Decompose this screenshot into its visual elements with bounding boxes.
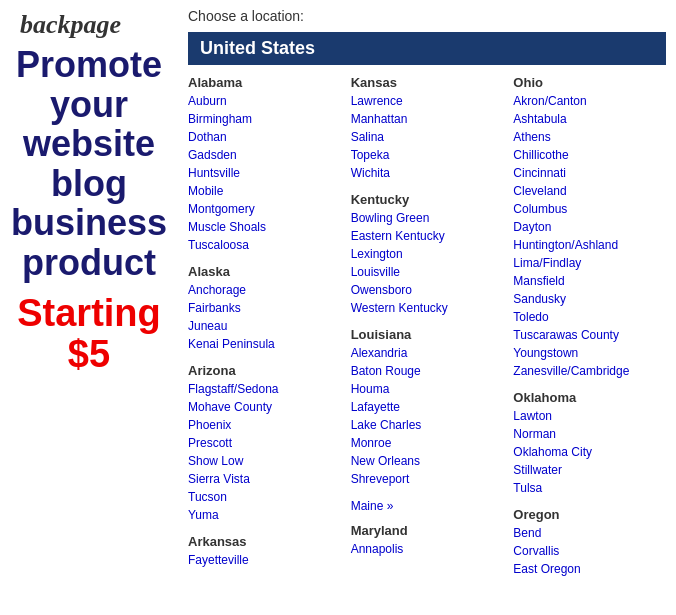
state-name: Alabama bbox=[188, 75, 341, 90]
city-link[interactable]: Tulsa bbox=[513, 479, 666, 497]
city-link[interactable]: Muscle Shoals bbox=[188, 218, 341, 236]
state-section-arkansas: ArkansasFayetteville bbox=[188, 534, 341, 569]
city-link[interactable]: Annapolis bbox=[351, 540, 504, 558]
city-link[interactable]: Stillwater bbox=[513, 461, 666, 479]
city-link[interactable]: Lake Charles bbox=[351, 416, 504, 434]
price-label: $5 bbox=[68, 333, 110, 375]
city-link[interactable]: Western Kentucky bbox=[351, 299, 504, 317]
city-link[interactable]: Sierra Vista bbox=[188, 470, 341, 488]
city-link[interactable]: Dayton bbox=[513, 218, 666, 236]
city-link[interactable]: Zanesville/Cambridge bbox=[513, 362, 666, 380]
promo-line3: website bbox=[23, 123, 155, 164]
city-link[interactable]: Lima/Findlay bbox=[513, 254, 666, 272]
city-link[interactable]: Huntington/Ashland bbox=[513, 236, 666, 254]
city-link[interactable]: Fayetteville bbox=[188, 551, 341, 569]
city-link[interactable]: Juneau bbox=[188, 317, 341, 335]
city-link[interactable]: Toledo bbox=[513, 308, 666, 326]
city-link[interactable]: Topeka bbox=[351, 146, 504, 164]
city-link[interactable]: Cleveland bbox=[513, 182, 666, 200]
starting-label: Starting bbox=[17, 292, 161, 334]
state-section-louisiana: LouisianaAlexandriaBaton RougeHoumaLafay… bbox=[351, 327, 504, 488]
city-link[interactable]: Dothan bbox=[188, 128, 341, 146]
right-panel: Choose a location: United States Alabama… bbox=[178, 0, 676, 615]
city-link[interactable]: Akron/Canton bbox=[513, 92, 666, 110]
city-link[interactable]: Fairbanks bbox=[188, 299, 341, 317]
city-link[interactable]: Prescott bbox=[188, 434, 341, 452]
city-link[interactable]: Tucson bbox=[188, 488, 341, 506]
state-name: Arizona bbox=[188, 363, 341, 378]
state-section-kansas: KansasLawrenceManhattanSalinaTopekaWichi… bbox=[351, 75, 504, 182]
city-link[interactable]: Owensboro bbox=[351, 281, 504, 299]
city-link[interactable]: Louisville bbox=[351, 263, 504, 281]
promo-line6: product bbox=[22, 242, 156, 283]
city-link[interactable]: Monroe bbox=[351, 434, 504, 452]
state-name: Alaska bbox=[188, 264, 341, 279]
city-link[interactable]: Montgomery bbox=[188, 200, 341, 218]
city-link[interactable]: New Orleans bbox=[351, 452, 504, 470]
city-link[interactable]: Norman bbox=[513, 425, 666, 443]
state-column-2: OhioAkron/CantonAshtabulaAthensChillicot… bbox=[513, 75, 666, 588]
state-section-maryland: MarylandAnnapolis bbox=[351, 523, 504, 558]
city-link[interactable]: Show Low bbox=[188, 452, 341, 470]
city-link[interactable]: Manhattan bbox=[351, 110, 504, 128]
state-name: Arkansas bbox=[188, 534, 341, 549]
state-name: Maryland bbox=[351, 523, 504, 538]
city-link[interactable]: Huntsville bbox=[188, 164, 341, 182]
state-name: Oregon bbox=[513, 507, 666, 522]
city-link[interactable]: Columbus bbox=[513, 200, 666, 218]
state-name: Louisiana bbox=[351, 327, 504, 342]
city-link[interactable]: Wichita bbox=[351, 164, 504, 182]
city-link[interactable]: East Oregon bbox=[513, 560, 666, 578]
choose-label: Choose a location: bbox=[188, 8, 666, 24]
state-section-ohio: OhioAkron/CantonAshtabulaAthensChillicot… bbox=[513, 75, 666, 380]
city-link[interactable]: Lexington bbox=[351, 245, 504, 263]
promo-line1: Promote bbox=[16, 44, 162, 85]
state-section-arizona: ArizonaFlagstaff/SedonaMohave CountyPhoe… bbox=[188, 363, 341, 524]
city-link[interactable]: Lawrence bbox=[351, 92, 504, 110]
city-link[interactable]: Mansfield bbox=[513, 272, 666, 290]
more-link[interactable]: Maine » bbox=[351, 499, 394, 513]
city-link[interactable]: Alexandria bbox=[351, 344, 504, 362]
city-link[interactable]: Oklahoma City bbox=[513, 443, 666, 461]
us-header: United States bbox=[188, 32, 666, 65]
promo-line2: your bbox=[50, 84, 128, 125]
state-name: Kansas bbox=[351, 75, 504, 90]
city-link[interactable]: Corvallis bbox=[513, 542, 666, 560]
city-link[interactable]: Kenai Peninsula bbox=[188, 335, 341, 353]
city-link[interactable]: Eastern Kentucky bbox=[351, 227, 504, 245]
state-name: Oklahoma bbox=[513, 390, 666, 405]
city-link[interactable]: Mobile bbox=[188, 182, 341, 200]
city-link[interactable]: Bend bbox=[513, 524, 666, 542]
promo-text: Promote your website blog business produ… bbox=[10, 45, 168, 283]
city-link[interactable]: Athens bbox=[513, 128, 666, 146]
city-link[interactable]: Tuscarawas County bbox=[513, 326, 666, 344]
city-link[interactable]: Mohave County bbox=[188, 398, 341, 416]
states-grid: AlabamaAuburnBirminghamDothanGadsdenHunt… bbox=[188, 75, 666, 588]
city-link[interactable]: Phoenix bbox=[188, 416, 341, 434]
city-link[interactable]: Birmingham bbox=[188, 110, 341, 128]
city-link[interactable]: Chillicothe bbox=[513, 146, 666, 164]
state-column-0: AlabamaAuburnBirminghamDothanGadsdenHunt… bbox=[188, 75, 341, 588]
city-link[interactable]: Yuma bbox=[188, 506, 341, 524]
city-link[interactable]: Anchorage bbox=[188, 281, 341, 299]
city-link[interactable]: Shreveport bbox=[351, 470, 504, 488]
city-link[interactable]: Lafayette bbox=[351, 398, 504, 416]
state-section-oregon: OregonBendCorvallisEast Oregon bbox=[513, 507, 666, 578]
city-link[interactable]: Tuscaloosa bbox=[188, 236, 341, 254]
city-link[interactable]: Ashtabula bbox=[513, 110, 666, 128]
city-link[interactable]: Lawton bbox=[513, 407, 666, 425]
state-section-kentucky: KentuckyBowling GreenEastern KentuckyLex… bbox=[351, 192, 504, 317]
city-link[interactable]: Gadsden bbox=[188, 146, 341, 164]
city-link[interactable]: Auburn bbox=[188, 92, 341, 110]
city-link[interactable]: Houma bbox=[351, 380, 504, 398]
state-section-oklahoma: OklahomaLawtonNormanOklahoma CityStillwa… bbox=[513, 390, 666, 497]
city-link[interactable]: Cincinnati bbox=[513, 164, 666, 182]
city-link[interactable]: Sandusky bbox=[513, 290, 666, 308]
state-section-alaska: AlaskaAnchorageFairbanksJuneauKenai Peni… bbox=[188, 264, 341, 353]
city-link[interactable]: Baton Rouge bbox=[351, 362, 504, 380]
city-link[interactable]: Salina bbox=[351, 128, 504, 146]
promo-line5: business bbox=[11, 202, 167, 243]
city-link[interactable]: Youngstown bbox=[513, 344, 666, 362]
city-link[interactable]: Bowling Green bbox=[351, 209, 504, 227]
city-link[interactable]: Flagstaff/Sedona bbox=[188, 380, 341, 398]
